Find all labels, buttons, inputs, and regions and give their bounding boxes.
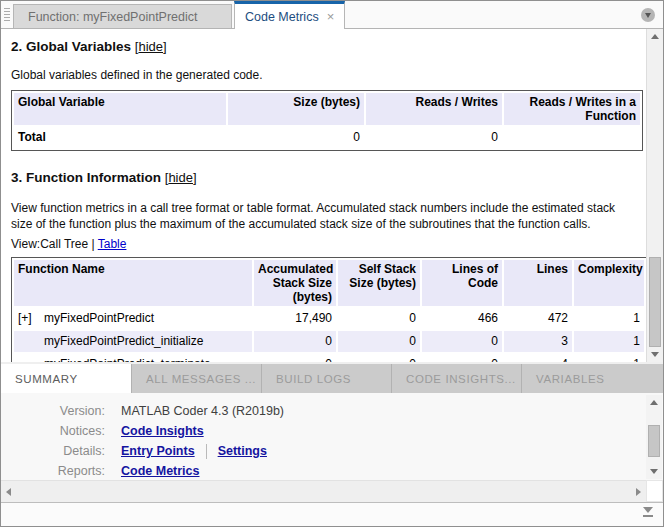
view-table-link[interactable]: Table [98, 237, 127, 251]
link-divider [206, 444, 207, 459]
version-label: Version: [1, 404, 105, 418]
details-label: Details: [1, 444, 105, 458]
document-tab-bar: Function: myFixedPointPredict Code Metri… [1, 1, 663, 29]
lines-of-code-cell: 0 [422, 354, 502, 362]
reports-row: Reports: Code Metrics [1, 461, 663, 481]
function-information-description: View function metrics in a call tree for… [11, 200, 636, 232]
view-prefix: View:Call Tree [11, 237, 88, 251]
table-header-row: Global Variable Size (bytes) Reads / Wri… [14, 93, 640, 125]
scrollbar-thumb[interactable] [648, 425, 660, 457]
code-metrics-link[interactable]: Code Metrics [121, 464, 200, 478]
tab-code-insights[interactable]: CODE INSIGHTS... [391, 364, 521, 393]
details-row: Details: Entry Points Settings [1, 441, 663, 461]
table-row-function: myFixedPointPredict_initialize 0 0 0 3 1 [14, 331, 644, 352]
scrollbar-thumb[interactable] [649, 257, 661, 347]
lines-cell: 4 [504, 354, 572, 362]
col-function-name: Function Name [14, 260, 252, 306]
function-information-table: Function Name Accumulated Stack Size (by… [11, 257, 647, 362]
output-tab-bar: SUMMARY ALL MESSAGES ... BUILD LOGS CODE… [1, 364, 663, 393]
table-header-row: Function Name Accumulated Stack Size (by… [14, 260, 644, 306]
function-information-hide-link[interactable]: hide [168, 170, 193, 185]
tab-code-metrics-label: Code Metrics [245, 10, 319, 24]
col-lines-of-code: Lines of Code [422, 260, 502, 306]
lines-cell: 3 [504, 331, 572, 352]
triangle-down-icon [643, 507, 653, 513]
global-variables-description: Global variables defined in the generate… [11, 67, 636, 83]
function-name-cell: myFixedPointPredict_terminate [14, 354, 252, 362]
view-selector: View:Call Tree | Table [11, 237, 636, 251]
expand-icon[interactable]: [+] [18, 311, 44, 326]
total-reads-writes-fn-cell [504, 127, 640, 148]
drag-grip-icon[interactable] [4, 8, 10, 22]
status-strip [1, 502, 663, 526]
tab-build-logs[interactable]: BUILD LOGS [261, 364, 391, 393]
function-name: myFixedPointPredict_terminate [44, 357, 211, 362]
scroll-up-icon[interactable] [646, 395, 662, 410]
code-insights-link[interactable]: Code Insights [121, 424, 204, 438]
table-row-total: Total 0 0 [14, 127, 640, 148]
complexity-cell: 1 [574, 354, 644, 362]
complexity-cell: 1 [574, 331, 644, 352]
tab-code-metrics[interactable]: Code Metrics × [234, 1, 345, 29]
chevron-down-icon [645, 13, 651, 18]
tab-all-messages[interactable]: ALL MESSAGES ... [131, 364, 261, 393]
scrollbar-corner [646, 480, 663, 502]
function-name: myFixedPointPredict_initialize [44, 334, 203, 348]
complexity-cell: 1 [574, 308, 644, 329]
panel-menu-icon[interactable] [641, 8, 655, 22]
self-stack-cell: 0 [338, 308, 420, 329]
version-value: MATLAB Coder 4.3 (R2019b) [121, 404, 284, 418]
global-variables-hide-wrap: [hide] [135, 39, 167, 54]
report-vertical-scrollbar[interactable] [646, 29, 663, 362]
function-name-cell: [+]myFixedPointPredict [14, 308, 252, 329]
total-size-cell: 0 [228, 127, 364, 148]
reports-label: Reports: [1, 464, 105, 478]
view-separator: | [92, 237, 95, 251]
col-self-stack: Self Stack Size (bytes) [338, 260, 420, 306]
self-stack-cell: 0 [338, 331, 420, 352]
entry-points-link[interactable]: Entry Points [121, 444, 195, 458]
function-information-hide-wrap: [hide] [165, 170, 197, 185]
col-lines: Lines [504, 260, 572, 306]
summary-horizontal-scrollbar[interactable] [1, 480, 646, 502]
summary-vertical-scrollbar[interactable] [646, 395, 662, 479]
lines-cell: 472 [504, 308, 572, 329]
lines-of-code-cell: 466 [422, 308, 502, 329]
col-reads-writes-fn: Reads / Writes in a Function [504, 93, 640, 125]
function-information-heading-text: 3. Function Information [11, 170, 161, 185]
scroll-right-icon[interactable] [631, 481, 646, 502]
col-complexity: Complexity [574, 260, 644, 306]
total-label-cell: Total [14, 127, 226, 148]
underline-bar [643, 515, 653, 517]
total-reads-writes-cell: 0 [366, 127, 502, 148]
tab-variables[interactable]: VARIABLES [521, 364, 651, 393]
self-stack-cell: 0 [338, 354, 420, 362]
global-variables-heading-text: 2. Global Variables [11, 39, 131, 54]
function-name-cell: myFixedPointPredict_initialize [14, 331, 252, 352]
scroll-left-icon[interactable] [1, 481, 16, 502]
tab-summary[interactable]: SUMMARY [1, 364, 131, 393]
matlab-coder-window: Function: myFixedPointPredict Code Metri… [0, 0, 664, 527]
scroll-up-icon[interactable] [647, 29, 663, 44]
close-icon[interactable]: × [327, 10, 335, 23]
tab-function-report[interactable]: Function: myFixedPointPredict [13, 4, 232, 28]
global-variables-hide-link[interactable]: hide [138, 39, 163, 54]
scroll-down-icon[interactable] [647, 347, 663, 362]
scroll-down-icon[interactable] [646, 464, 662, 479]
col-size-bytes: Size (bytes) [228, 93, 364, 125]
collapse-panel-icon[interactable] [642, 507, 654, 517]
settings-link[interactable]: Settings [218, 444, 267, 458]
table-row-function: [+]myFixedPointPredict 17,490 0 466 472 … [14, 308, 644, 329]
code-metrics-report: 2. Global Variables [hide] Global variab… [1, 29, 663, 362]
global-variables-heading: 2. Global Variables [hide] [11, 39, 636, 54]
acc-stack-cell: 0 [254, 354, 336, 362]
function-information-heading: 3. Function Information [hide] [11, 170, 636, 185]
col-global-variable: Global Variable [14, 93, 226, 125]
acc-stack-cell: 17,490 [254, 308, 336, 329]
col-accumulated-stack: Accumulated Stack Size (bytes) [254, 260, 336, 306]
global-variables-table: Global Variable Size (bytes) Reads / Wri… [11, 90, 643, 151]
tab-function-report-label: Function: myFixedPointPredict [28, 10, 198, 24]
function-name: myFixedPointPredict [44, 311, 154, 325]
col-reads-writes: Reads / Writes [366, 93, 502, 125]
acc-stack-cell: 0 [254, 331, 336, 352]
